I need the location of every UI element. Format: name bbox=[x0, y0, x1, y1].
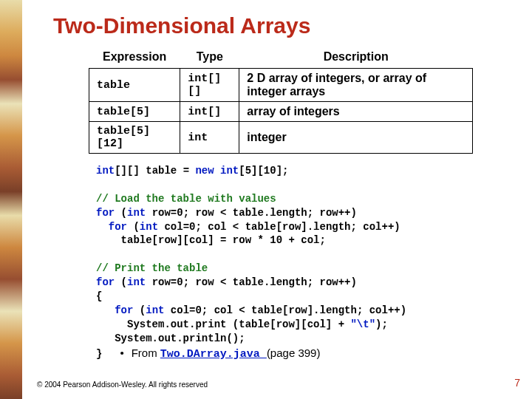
cell-desc: integer bbox=[239, 122, 473, 154]
code-text: col=0; col < table[row].length; col++) bbox=[158, 221, 400, 233]
kw-for: for bbox=[96, 221, 127, 233]
kw-for: for bbox=[96, 304, 133, 316]
code-text: ( bbox=[115, 276, 127, 288]
col-expression: Expression bbox=[89, 49, 180, 69]
decorative-sidebar bbox=[0, 0, 22, 399]
from-page: (page 399) bbox=[267, 347, 321, 359]
code-text: System.out.print (table[row][col] + bbox=[96, 318, 350, 330]
source-link[interactable]: Two.DArray.java bbox=[160, 348, 267, 361]
code-text: { bbox=[96, 290, 102, 302]
code-text: ( bbox=[133, 304, 146, 316]
code-text: [5][10]; bbox=[239, 165, 288, 177]
code-text: System.out.println(); bbox=[96, 332, 245, 344]
code-block: int[][] table = new int[5][10]; // Load … bbox=[96, 164, 510, 362]
code-text: row=0; row < table.length; row++) bbox=[146, 207, 357, 219]
col-type: Type bbox=[180, 49, 239, 69]
kw-int: int bbox=[146, 304, 164, 316]
cell-expr: table bbox=[89, 69, 180, 102]
kw-new: new int bbox=[195, 165, 239, 177]
cell-type: int[] bbox=[180, 102, 239, 122]
kw-for: for bbox=[96, 276, 115, 288]
code-text: ); bbox=[375, 318, 388, 330]
slide-content: Two-Dimensional Arrays Expression Type D… bbox=[37, 13, 510, 362]
kw-int: int bbox=[140, 221, 158, 233]
bullet-icon: • bbox=[120, 347, 123, 359]
page-number: 7 bbox=[514, 377, 520, 389]
code-text: [][] table = bbox=[115, 165, 195, 177]
page-title: Two-Dimensional Arrays bbox=[53, 13, 510, 38]
comment-load: // Load the table with values bbox=[96, 193, 276, 205]
cell-desc: 2 D array of integers, or array of integ… bbox=[239, 69, 473, 102]
table-row: table[5][12] int integer bbox=[89, 122, 473, 154]
code-text: table[row][col] = row * 10 + col; bbox=[96, 234, 326, 246]
code-text: row=0; row < table.length; row++) bbox=[146, 276, 357, 288]
copyright-text: © 2004 Pearson Addison-Wesley. All right… bbox=[37, 381, 208, 389]
code-text: ( bbox=[115, 207, 127, 219]
kw-int: int bbox=[127, 207, 146, 219]
from-line: •From Two.DArray.java (page 399) bbox=[102, 347, 320, 359]
code-text: col=0; col < table[row].length; col++) bbox=[164, 304, 406, 316]
cell-type: int[][] bbox=[180, 69, 239, 102]
string-literal: "\t" bbox=[350, 318, 375, 330]
from-label: From bbox=[132, 347, 160, 359]
kw-int: int bbox=[127, 276, 146, 288]
kw-int: int bbox=[96, 165, 115, 177]
cell-expr: table[5][12] bbox=[89, 122, 180, 154]
table-row: table[5] int[] array of integers bbox=[89, 102, 473, 122]
expression-table: Expression Type Description table int[][… bbox=[89, 49, 473, 154]
cell-desc: array of integers bbox=[239, 102, 473, 122]
col-description: Description bbox=[239, 49, 473, 69]
kw-for: for bbox=[96, 207, 115, 219]
cell-type: int bbox=[180, 122, 239, 154]
comment-print: // Print the table bbox=[96, 262, 208, 274]
cell-expr: table[5] bbox=[89, 102, 180, 122]
table-header-row: Expression Type Description bbox=[89, 49, 473, 69]
table-row: table int[][] 2 D array of integers, or … bbox=[89, 69, 473, 102]
code-text: ( bbox=[127, 221, 140, 233]
